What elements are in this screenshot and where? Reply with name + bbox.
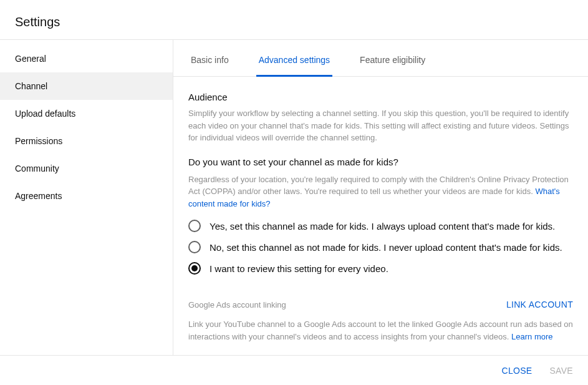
ads-learn-more-link[interactable]: Learn more bbox=[511, 332, 552, 341]
content-area: General Channel Upload defaults Permissi… bbox=[0, 40, 588, 355]
save-button[interactable]: SAVE bbox=[549, 366, 573, 376]
radio-label: No, set this channel as not made for kid… bbox=[210, 242, 562, 253]
sidebar: General Channel Upload defaults Permissi… bbox=[0, 40, 173, 355]
radio-label: I want to review this setting for every … bbox=[210, 263, 388, 274]
radio-made-for-kids-no[interactable]: No, set this channel as not made for kid… bbox=[188, 241, 573, 253]
sidebar-item-upload-defaults[interactable]: Upload defaults bbox=[0, 100, 173, 127]
radio-label: Yes, set this channel as made for kids. … bbox=[210, 221, 555, 231]
radio-icon bbox=[188, 220, 201, 232]
close-button[interactable]: CLOSE bbox=[502, 366, 533, 376]
settings-header: Settings bbox=[0, 0, 588, 40]
ads-desc: Link your YouTube channel to a Google Ad… bbox=[188, 318, 573, 343]
radio-review-every-video[interactable]: I want to review this setting for every … bbox=[188, 262, 573, 275]
tab-basic-info[interactable]: Basic info bbox=[188, 40, 231, 76]
main-panel: Basic info Advanced settings Feature eli… bbox=[173, 40, 588, 355]
ads-section-title: Google Ads account linking bbox=[188, 300, 286, 309]
tab-advanced-settings[interactable]: Advanced settings bbox=[256, 40, 332, 76]
panel-body: Audience Simplify your workflow by selec… bbox=[173, 77, 588, 355]
radio-icon bbox=[188, 262, 201, 275]
tab-feature-eligibility[interactable]: Feature eligibility bbox=[357, 40, 428, 76]
audience-question: Do you want to set your channel as made … bbox=[188, 157, 573, 167]
audience-title: Audience bbox=[188, 92, 573, 102]
footer: CLOSE SAVE bbox=[0, 355, 588, 385]
audience-radio-group: Yes, set this channel as made for kids. … bbox=[188, 220, 573, 275]
radio-icon bbox=[188, 241, 201, 253]
sidebar-item-channel[interactable]: Channel bbox=[0, 72, 173, 100]
ads-header-row: Google Ads account linking LINK ACCOUNT bbox=[188, 300, 573, 309]
audience-question-desc-text: Regardless of your location, you're lega… bbox=[188, 175, 569, 197]
sidebar-item-agreements[interactable]: Agreements bbox=[0, 182, 173, 210]
page-title: Settings bbox=[15, 15, 573, 29]
audience-desc: Simplify your workflow by selecting a ch… bbox=[188, 107, 573, 144]
sidebar-item-permissions[interactable]: Permissions bbox=[0, 127, 173, 155]
tabs: Basic info Advanced settings Feature eli… bbox=[173, 40, 588, 77]
radio-made-for-kids-yes[interactable]: Yes, set this channel as made for kids. … bbox=[188, 220, 573, 232]
link-account-button[interactable]: LINK ACCOUNT bbox=[506, 300, 573, 309]
sidebar-item-community[interactable]: Community bbox=[0, 155, 173, 182]
audience-question-desc: Regardless of your location, you're lega… bbox=[188, 173, 573, 210]
sidebar-item-general[interactable]: General bbox=[0, 45, 173, 72]
